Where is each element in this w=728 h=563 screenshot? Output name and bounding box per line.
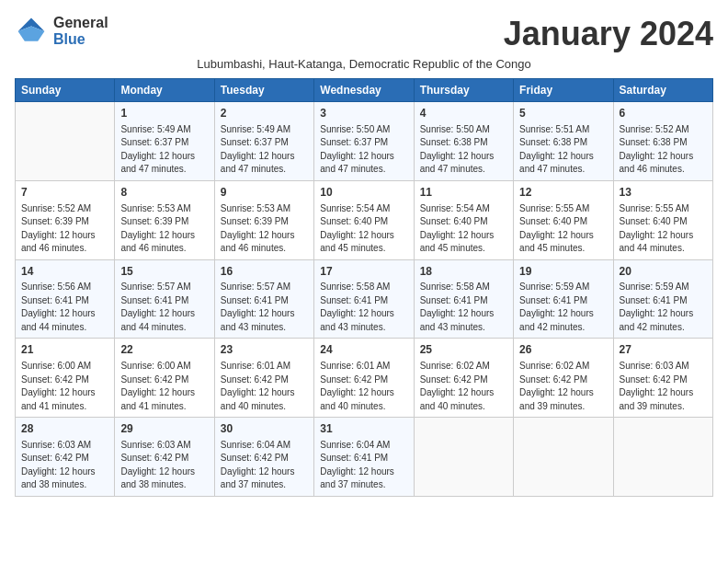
day-number: 6 xyxy=(620,106,707,121)
weekday-header-saturday: Saturday xyxy=(613,79,712,102)
day-info: Sunrise: 5:53 AM Sunset: 6:39 PM Dayligh… xyxy=(221,202,308,256)
weekday-header-row: SundayMondayTuesdayWednesdayThursdayFrid… xyxy=(16,79,713,102)
calendar-cell: 26Sunrise: 6:02 AM Sunset: 6:42 PM Dayli… xyxy=(514,339,613,418)
calendar-cell: 14Sunrise: 5:56 AM Sunset: 6:41 PM Dayli… xyxy=(16,259,115,339)
day-info: Sunrise: 5:51 AM Sunset: 6:38 PM Dayligh… xyxy=(519,123,607,177)
calendar-subtitle: Lubumbashi, Haut-Katanga, Democratic Rep… xyxy=(15,57,713,71)
day-number: 24 xyxy=(320,342,407,358)
day-info: Sunrise: 6:03 AM Sunset: 6:42 PM Dayligh… xyxy=(620,360,707,413)
weekday-header-sunday: Sunday xyxy=(16,79,115,102)
day-info: Sunrise: 6:04 AM Sunset: 6:42 PM Dayligh… xyxy=(221,439,308,492)
logo: General Blue xyxy=(15,15,108,48)
calendar-cell xyxy=(613,418,712,497)
day-info: Sunrise: 5:58 AM Sunset: 6:41 PM Dayligh… xyxy=(320,281,407,334)
calendar-header: SundayMondayTuesdayWednesdayThursdayFrid… xyxy=(16,79,713,102)
calendar-week-row: 1Sunrise: 5:49 AM Sunset: 6:37 PM Daylig… xyxy=(16,102,713,181)
calendar-cell: 18Sunrise: 5:58 AM Sunset: 6:41 PM Dayli… xyxy=(414,259,513,339)
day-number: 18 xyxy=(420,264,507,280)
calendar-cell: 5Sunrise: 5:51 AM Sunset: 6:38 PM Daylig… xyxy=(514,102,613,181)
logo-general-text: General xyxy=(53,15,108,31)
day-number: 5 xyxy=(519,106,607,121)
day-number: 9 xyxy=(221,185,308,201)
day-number: 17 xyxy=(320,264,407,280)
calendar-table: SundayMondayTuesdayWednesdayThursdayFrid… xyxy=(15,78,713,497)
day-info: Sunrise: 6:02 AM Sunset: 6:42 PM Dayligh… xyxy=(519,360,607,413)
calendar-cell: 19Sunrise: 5:59 AM Sunset: 6:41 PM Dayli… xyxy=(514,259,613,339)
day-number: 27 xyxy=(620,342,707,358)
calendar-cell: 10Sunrise: 5:54 AM Sunset: 6:40 PM Dayli… xyxy=(314,180,414,259)
day-number: 12 xyxy=(519,185,607,201)
day-info: Sunrise: 6:03 AM Sunset: 6:42 PM Dayligh… xyxy=(21,439,108,492)
calendar-cell: 23Sunrise: 6:01 AM Sunset: 6:42 PM Dayli… xyxy=(214,339,313,418)
logo-text: General Blue xyxy=(53,15,108,47)
day-info: Sunrise: 5:59 AM Sunset: 6:41 PM Dayligh… xyxy=(519,281,607,334)
day-number: 29 xyxy=(120,421,208,437)
calendar-cell: 12Sunrise: 5:55 AM Sunset: 6:40 PM Dayli… xyxy=(514,180,613,259)
calendar-cell: 17Sunrise: 5:58 AM Sunset: 6:41 PM Dayli… xyxy=(314,259,414,339)
calendar-cell: 1Sunrise: 5:49 AM Sunset: 6:37 PM Daylig… xyxy=(115,102,214,181)
calendar-cell: 28Sunrise: 6:03 AM Sunset: 6:42 PM Dayli… xyxy=(16,418,115,497)
calendar-week-row: 28Sunrise: 6:03 AM Sunset: 6:42 PM Dayli… xyxy=(16,418,713,497)
weekday-header-thursday: Thursday xyxy=(414,79,513,102)
day-info: Sunrise: 5:52 AM Sunset: 6:39 PM Dayligh… xyxy=(21,202,108,256)
calendar-cell: 2Sunrise: 5:49 AM Sunset: 6:37 PM Daylig… xyxy=(214,102,313,181)
calendar-cell: 25Sunrise: 6:02 AM Sunset: 6:42 PM Dayli… xyxy=(414,339,513,418)
day-info: Sunrise: 5:56 AM Sunset: 6:41 PM Dayligh… xyxy=(21,281,108,334)
day-number: 3 xyxy=(320,106,407,121)
day-info: Sunrise: 5:54 AM Sunset: 6:40 PM Dayligh… xyxy=(320,202,407,256)
day-number: 25 xyxy=(420,342,507,358)
calendar-cell: 22Sunrise: 6:00 AM Sunset: 6:42 PM Dayli… xyxy=(115,339,214,418)
month-title: January 2024 xyxy=(504,15,713,53)
day-info: Sunrise: 6:04 AM Sunset: 6:41 PM Dayligh… xyxy=(320,439,407,492)
day-number: 16 xyxy=(221,264,308,280)
calendar-cell: 31Sunrise: 6:04 AM Sunset: 6:41 PM Dayli… xyxy=(314,418,414,497)
calendar-cell xyxy=(514,418,613,497)
calendar-cell: 16Sunrise: 5:57 AM Sunset: 6:41 PM Dayli… xyxy=(214,259,313,339)
day-info: Sunrise: 5:49 AM Sunset: 6:37 PM Dayligh… xyxy=(120,123,208,177)
calendar-cell: 15Sunrise: 5:57 AM Sunset: 6:41 PM Dayli… xyxy=(115,259,214,339)
calendar-cell: 9Sunrise: 5:53 AM Sunset: 6:39 PM Daylig… xyxy=(214,180,313,259)
calendar-cell xyxy=(414,418,513,497)
day-number: 14 xyxy=(21,264,108,280)
day-info: Sunrise: 5:53 AM Sunset: 6:39 PM Dayligh… xyxy=(120,202,208,256)
calendar-cell: 7Sunrise: 5:52 AM Sunset: 6:39 PM Daylig… xyxy=(16,180,115,259)
day-info: Sunrise: 5:50 AM Sunset: 6:38 PM Dayligh… xyxy=(420,123,507,177)
calendar-cell: 27Sunrise: 6:03 AM Sunset: 6:42 PM Dayli… xyxy=(613,339,712,418)
day-info: Sunrise: 5:58 AM Sunset: 6:41 PM Dayligh… xyxy=(420,281,507,334)
calendar-cell: 20Sunrise: 5:59 AM Sunset: 6:41 PM Dayli… xyxy=(613,259,712,339)
logo-icon xyxy=(15,15,48,48)
day-info: Sunrise: 5:59 AM Sunset: 6:41 PM Dayligh… xyxy=(620,281,707,334)
day-number: 8 xyxy=(120,185,208,201)
calendar-cell: 11Sunrise: 5:54 AM Sunset: 6:40 PM Dayli… xyxy=(414,180,513,259)
day-number: 1 xyxy=(120,106,208,121)
calendar-cell: 4Sunrise: 5:50 AM Sunset: 6:38 PM Daylig… xyxy=(414,102,513,181)
day-info: Sunrise: 6:03 AM Sunset: 6:42 PM Dayligh… xyxy=(120,439,208,492)
day-number: 21 xyxy=(21,342,108,358)
calendar-cell: 6Sunrise: 5:52 AM Sunset: 6:38 PM Daylig… xyxy=(613,102,712,181)
calendar-cell: 29Sunrise: 6:03 AM Sunset: 6:42 PM Dayli… xyxy=(115,418,214,497)
page-header: General Blue January 2024 xyxy=(15,15,713,53)
day-number: 20 xyxy=(620,264,707,280)
day-number: 2 xyxy=(221,106,308,121)
day-number: 11 xyxy=(420,185,507,201)
calendar-cell: 24Sunrise: 6:01 AM Sunset: 6:42 PM Dayli… xyxy=(314,339,414,418)
day-info: Sunrise: 6:00 AM Sunset: 6:42 PM Dayligh… xyxy=(120,360,208,413)
day-number: 15 xyxy=(120,264,208,280)
day-info: Sunrise: 6:00 AM Sunset: 6:42 PM Dayligh… xyxy=(21,360,108,413)
day-info: Sunrise: 6:01 AM Sunset: 6:42 PM Dayligh… xyxy=(320,360,407,413)
day-number: 7 xyxy=(21,185,108,201)
calendar-cell: 3Sunrise: 5:50 AM Sunset: 6:37 PM Daylig… xyxy=(314,102,414,181)
logo-blue-text: Blue xyxy=(53,31,108,48)
calendar-cell: 8Sunrise: 5:53 AM Sunset: 6:39 PM Daylig… xyxy=(115,180,214,259)
calendar-week-row: 21Sunrise: 6:00 AM Sunset: 6:42 PM Dayli… xyxy=(16,339,713,418)
calendar-body: 1Sunrise: 5:49 AM Sunset: 6:37 PM Daylig… xyxy=(16,102,713,497)
day-number: 31 xyxy=(320,421,407,437)
day-number: 19 xyxy=(519,264,607,280)
day-info: Sunrise: 5:55 AM Sunset: 6:40 PM Dayligh… xyxy=(620,202,707,256)
day-info: Sunrise: 5:54 AM Sunset: 6:40 PM Dayligh… xyxy=(420,202,507,256)
day-info: Sunrise: 6:01 AM Sunset: 6:42 PM Dayligh… xyxy=(221,360,308,413)
day-number: 10 xyxy=(320,185,407,201)
day-info: Sunrise: 5:49 AM Sunset: 6:37 PM Dayligh… xyxy=(221,123,308,177)
calendar-cell: 21Sunrise: 6:00 AM Sunset: 6:42 PM Dayli… xyxy=(16,339,115,418)
weekday-header-tuesday: Tuesday xyxy=(214,79,313,102)
